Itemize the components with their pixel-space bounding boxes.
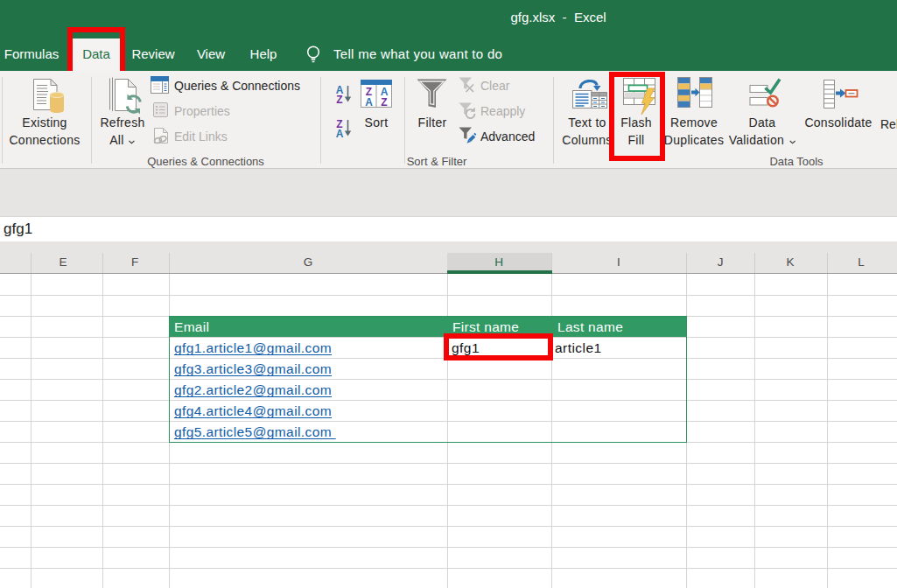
svg-text:A: A [365,96,373,108]
svg-text:A: A [336,128,344,138]
svg-text:Z: Z [381,96,387,108]
svg-text:Z: Z [336,94,342,104]
